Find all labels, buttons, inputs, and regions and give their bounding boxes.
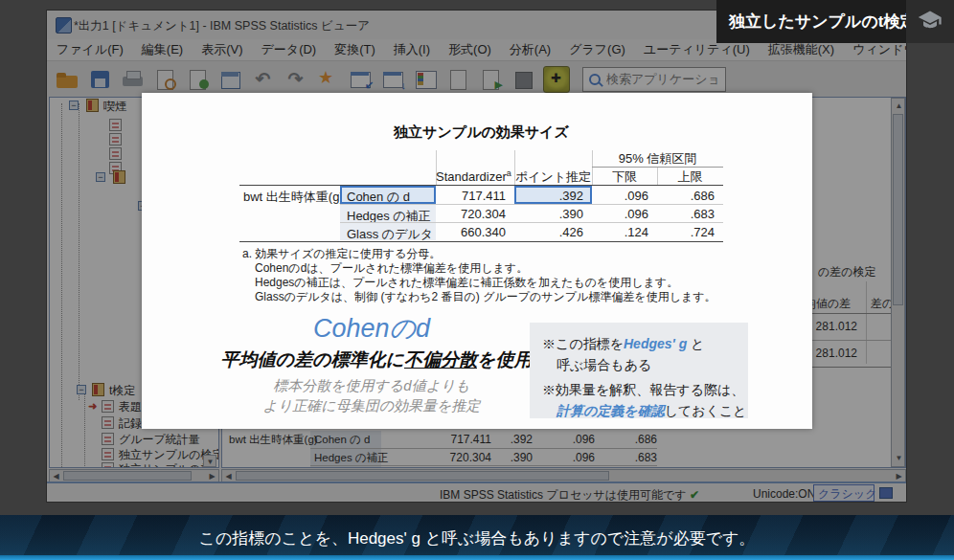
cell-upper: .686 <box>657 189 723 203</box>
underlined-term: 不偏分散 <box>404 349 477 370</box>
definition-link: 計算の定義を確認 <box>556 403 665 418</box>
topic-text: 独立したサンプルのt検定 <box>729 11 916 33</box>
point-header: ポイント推定 <box>514 168 592 186</box>
screen: *出力1 [ドキュメント1] - IBM SPSS Statistics ビュー… <box>0 0 954 560</box>
lower-header: 下限 <box>592 168 657 186</box>
row-label-hedges: Hedges の補正 <box>340 205 436 222</box>
caption-text: この指標のことを、Hedges' g と呼ぶ場合もありますので注意が必要です。 <box>0 527 954 549</box>
ci-header: 95% 信頼区間 <box>592 150 723 168</box>
standardizer-header: Standardizera <box>436 168 507 184</box>
channel-logo-box <box>906 0 954 43</box>
cell-standardizer: 720.304 <box>436 207 514 221</box>
cell-point: .390 <box>514 207 592 221</box>
cell-point: .426 <box>514 225 592 239</box>
caption-banner: この指標のことを、Hedges' g と呼ぶ場合もありますので注意が必要です。 <box>0 515 954 560</box>
table-topline <box>239 185 723 186</box>
video-topic-label: 独立したサンプルのt検定 <box>716 0 954 43</box>
slide-card: 独立サンプルの効果サイズ 95% 信頼区間 Standardizera ポイント… <box>142 93 812 429</box>
cohen-d-headline: Cohenのd <box>180 311 563 346</box>
headline-sub1: 標本分散を使用するd値よりも <box>180 377 563 395</box>
headline-sub2: より正確に母集団の効果量を推定 <box>180 397 563 415</box>
note-line-2: 呼ぶ場合もある <box>542 354 748 375</box>
row-group-label: bwt 出生時体重(g) <box>243 189 339 206</box>
effect-table-title: 独立サンプルの効果サイズ <box>239 123 723 142</box>
cell-point-highlighted: .392 <box>514 186 592 204</box>
banner-bottom-strip <box>0 555 954 560</box>
graduation-cap-icon <box>916 8 944 34</box>
table-bottomline <box>239 241 723 242</box>
cell-upper: .683 <box>657 207 723 221</box>
cell-upper: .724 <box>657 225 723 239</box>
note-line-3: ※効果量を解釈、報告する際は、 <box>542 379 748 400</box>
row-label-glass: Glass のデルタ <box>340 223 436 240</box>
note-box: ※この指標をHedges' g と 呼ぶ場合もある ※効果量を解釈、報告する際は… <box>530 323 748 418</box>
note-line-4: 計算の定義を確認しておくこと <box>542 400 748 421</box>
footnote-line: Glassのデルタは、制御 (すなわち2 番目の) グループのサンプル標準偏差を… <box>255 289 716 305</box>
note-line-1: ※この指標をHedges' g と <box>542 333 748 354</box>
cell-lower: .096 <box>592 189 657 203</box>
cell-lower: .124 <box>592 225 657 239</box>
row-label-cohen: Cohen の d <box>340 186 436 204</box>
hedges-g-link: Hedges' g <box>624 336 687 351</box>
cell-standardizer: 717.411 <box>436 189 514 203</box>
cell-lower: .096 <box>592 207 657 221</box>
cell-standardizer: 660.340 <box>436 225 514 239</box>
upper-header: 上限 <box>657 168 723 186</box>
